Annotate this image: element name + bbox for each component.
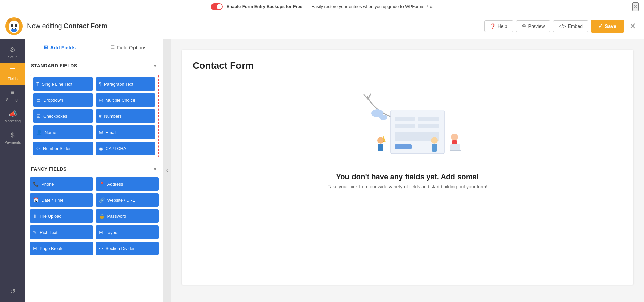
setup-icon: ⚙ (10, 46, 16, 54)
field-btn-page-break[interactable]: ⊟ Page Break (30, 242, 93, 255)
form-title: Contact Form (193, 60, 623, 71)
svg-rect-9 (13, 31, 15, 31)
field-btn-checkboxes[interactable]: ☑ Checkboxes (33, 109, 93, 123)
wpforms-logo (5, 17, 23, 35)
standard-fields-grid: T Single Line Text ¶ Paragraph Text ▤ Dr… (30, 74, 159, 158)
empty-state-subtext: Take your pick from our wide variety of … (328, 184, 487, 189)
empty-state: ··· You don't have any fields yet. Add s… (193, 79, 623, 200)
help-icon: ❓ (490, 23, 496, 29)
main-content: Contact Form (171, 39, 644, 302)
app-layout: ⚙ Setup ☰ Fields ≡ Settings 📣 Marketing … (0, 39, 644, 302)
field-btn-captcha[interactable]: ◉ CAPTCHA (96, 142, 156, 155)
sidebar-item-setup[interactable]: ⚙ Setup (0, 42, 25, 63)
svg-rect-13 (395, 124, 415, 128)
marketing-icon: 📣 (9, 110, 17, 118)
field-btn-date-time[interactable]: 📅 Date / Time (30, 193, 93, 207)
captcha-icon: ◉ (99, 146, 103, 151)
sidebar: ⊞ Add Fields ☰ Field Options Standard Fi… (25, 39, 163, 302)
svg-rect-29 (450, 150, 461, 151)
help-button[interactable]: ❓ Help (484, 20, 513, 32)
phone-icon: 📞 (33, 181, 39, 187)
svg-text:···: ··· (373, 112, 375, 116)
website-url-icon: 🔗 (99, 197, 105, 203)
field-btn-multiple-choice[interactable]: ◎ Multiple Choice (96, 93, 156, 107)
svg-rect-7 (13, 30, 14, 30)
empty-state-heading: You don't have any fields yet. Add some! (336, 172, 479, 181)
number-slider-icon: ⇔ (36, 146, 40, 151)
checkmark-icon: ✓ (598, 23, 603, 29)
svg-point-5 (15, 24, 17, 27)
sidebar-tabs: ⊞ Add Fields ☰ Field Options (25, 39, 163, 56)
embed-icon: </> (559, 23, 566, 29)
field-btn-website-url[interactable]: 🔗 Website / URL (96, 193, 159, 207)
field-btn-paragraph-text[interactable]: ¶ Paragraph Text (96, 77, 156, 91)
close-button[interactable]: ✕ (629, 21, 636, 31)
field-options-tab-icon: ☰ (110, 44, 115, 50)
field-btn-phone[interactable]: 📞 Phone (30, 177, 93, 191)
standard-fields-header[interactable]: Standard Fields ▼ (30, 60, 159, 71)
payments-icon: $ (11, 131, 14, 139)
header-actions: ❓ Help 👁 Preview </> Embed ✓ Save ✕ (484, 20, 636, 33)
password-icon: 🔒 (99, 213, 105, 219)
add-fields-tab-icon: ⊞ (44, 44, 48, 50)
field-btn-number-slider[interactable]: ⇔ Number Slider (33, 142, 93, 155)
svg-rect-28 (450, 144, 460, 150)
fancy-fields-header[interactable]: Fancy Fields ▼ (30, 164, 159, 174)
name-icon: 👤 (36, 130, 42, 135)
svg-rect-14 (418, 124, 439, 128)
top-banner: Enable Form Entry Backups for Free | Eas… (0, 0, 644, 13)
backup-toggle[interactable] (211, 3, 223, 10)
field-btn-name[interactable]: 👤 Name (33, 125, 93, 139)
svg-point-21 (451, 134, 458, 140)
banner-separator: | (306, 4, 307, 9)
field-btn-numbers[interactable]: # Numbers (96, 109, 156, 123)
field-btn-single-line-text[interactable]: T Single Line Text (33, 77, 93, 91)
sidebar-item-payments[interactable]: $ Payments (0, 127, 25, 148)
left-nav: ⚙ Setup ☰ Fields ≡ Settings 📣 Marketing … (0, 39, 25, 302)
dropdown-icon: ▤ (36, 97, 41, 103)
svg-rect-18 (378, 144, 383, 151)
svg-rect-16 (395, 144, 412, 149)
banner-close-button[interactable]: ✕ (632, 2, 639, 11)
multiple-choice-icon: ◎ (99, 97, 103, 103)
sidebar-content: Standard Fields ▼ T Single Line Text ¶ P… (25, 56, 163, 302)
field-btn-rich-text[interactable]: ✎ Rich Text (30, 225, 93, 239)
preview-icon: 👁 (522, 23, 526, 29)
field-btn-email[interactable]: ✉ Email (96, 125, 156, 139)
sidebar-item-marketing[interactable]: 📣 Marketing (0, 106, 25, 127)
preview-button[interactable]: 👁 Preview (516, 20, 551, 32)
field-btn-file-upload[interactable]: ⬆ File Upload (30, 209, 93, 223)
settings-icon: ≡ (11, 89, 15, 96)
numbers-icon: # (99, 113, 102, 119)
field-btn-dropdown[interactable]: ▤ Dropdown (33, 93, 93, 107)
svg-rect-11 (395, 117, 415, 121)
field-btn-section-divider[interactable]: ⇔ Section Divider (96, 242, 159, 255)
save-button[interactable]: ✓ Save (591, 20, 624, 33)
embed-button[interactable]: </> Embed (553, 20, 588, 32)
field-btn-layout[interactable]: ⊞ Layout (96, 225, 159, 239)
paragraph-text-icon: ¶ (99, 81, 102, 87)
date-time-icon: 📅 (33, 197, 39, 203)
sidebar-item-settings[interactable]: ≡ Settings (0, 85, 25, 106)
svg-rect-12 (418, 117, 439, 121)
field-btn-address[interactable]: 📍 Address (96, 177, 159, 191)
svg-point-23 (431, 137, 438, 144)
fancy-fields-collapse-icon: ▼ (153, 166, 157, 172)
file-upload-icon: ⬆ (33, 213, 37, 219)
sidebar-collapse-button[interactable]: ‹ (163, 39, 171, 302)
svg-rect-24 (432, 144, 437, 152)
sidebar-item-fields[interactable]: ☰ Fields (0, 63, 25, 85)
fancy-fields-grid: 📞 Phone 📍 Address 📅 Date / Time 🔗 Websit… (30, 177, 159, 255)
tab-add-fields[interactable]: ⊞ Add Fields (25, 39, 94, 56)
address-icon: 📍 (99, 181, 105, 187)
section-divider-icon: ⇔ (99, 246, 103, 251)
main-header: Now editing Contact Form ❓ Help 👁 Previe… (0, 13, 644, 39)
header-left: Now editing Contact Form (5, 17, 107, 35)
sidebar-item-revisions[interactable]: ↺ (0, 283, 25, 299)
standard-fields-collapse-icon: ▼ (153, 63, 157, 68)
tab-field-options[interactable]: ☰ Field Options (94, 39, 163, 56)
banner-cta-text: Enable Form Entry Backups for Free (227, 4, 302, 9)
field-btn-password[interactable]: 🔒 Password (96, 209, 159, 223)
page-break-icon: ⊟ (33, 246, 37, 251)
email-icon: ✉ (99, 130, 103, 135)
